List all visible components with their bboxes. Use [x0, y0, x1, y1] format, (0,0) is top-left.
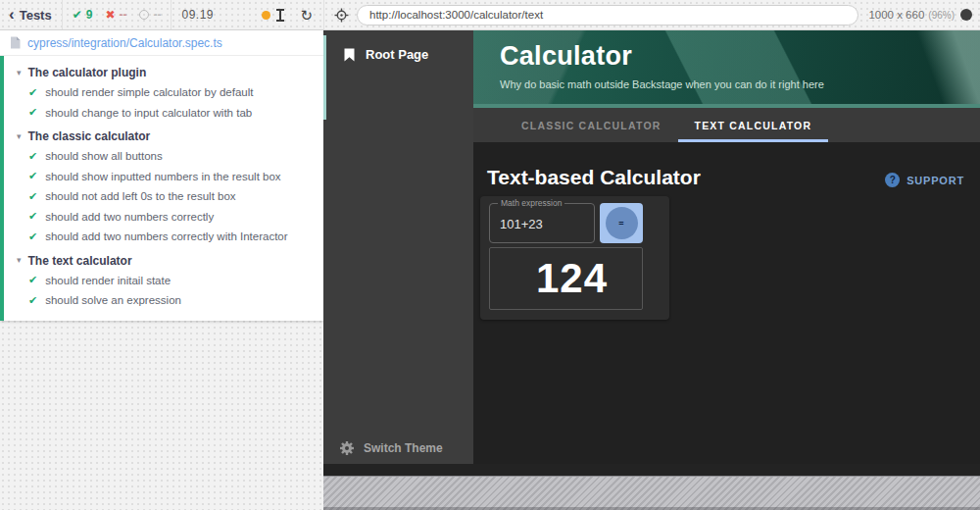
cursor-ibeam-icon: [276, 9, 284, 22]
spec-header: cypress/integration/Calculator.spec.ts: [0, 30, 323, 56]
runner-background-stripes: [323, 476, 980, 510]
tab-bar: CLASSIC CALCULATOR TEXT CALCULATOR: [473, 108, 980, 142]
runner-topbar: ‹ Tests ✔ 9 ✖ -- -- 09.19: [0, 0, 980, 30]
viewport-scale-label: (96%): [928, 10, 955, 21]
test-label: should add two numbers correctly with In…: [45, 230, 287, 242]
test-row[interactable]: ✔should solve an expression: [4, 290, 323, 311]
selector-playground-icon[interactable]: [334, 8, 349, 23]
equals-label: =: [618, 219, 623, 229]
test-row[interactable]: ✔should add two numbers correctly with I…: [4, 227, 323, 247]
caret-down-icon: ▾: [17, 256, 22, 265]
page-subtitle: Why do basic math outside Backstage when…: [500, 78, 980, 90]
check-icon: ✔: [28, 191, 37, 202]
run-duration: 09.19: [181, 8, 214, 22]
tab-text-calculator[interactable]: TEXT CALCULATOR: [678, 108, 829, 142]
equals-button[interactable]: =: [600, 203, 643, 243]
check-icon: ✔: [28, 87, 37, 98]
switch-theme-label: Switch Theme: [364, 441, 443, 455]
reporter-panel: cypress/integration/Calculator.spec.ts ▾…: [0, 30, 323, 510]
sidebar-item-label: Root Page: [366, 47, 428, 62]
theme-gear-icon: [339, 440, 355, 456]
test-row[interactable]: ✔should render simple calculator by defa…: [4, 82, 323, 103]
suite-label: The classic calculator: [28, 129, 151, 143]
test-label: should show all buttons: [45, 150, 163, 162]
suite-label: The text calculator: [28, 254, 132, 268]
test-label: should show inputted numbers in the resu…: [45, 171, 280, 182]
suite-label: The calculator plugin: [28, 66, 147, 79]
url-input[interactable]: [357, 5, 858, 26]
cross-icon: ✖: [105, 8, 115, 22]
support-label: SUPPORT: [906, 175, 964, 186]
test-row[interactable]: ✔should change to input calculator with …: [4, 103, 323, 124]
check-icon: ✔: [28, 211, 37, 222]
support-button[interactable]: ? SUPPORT: [885, 173, 964, 187]
record-dot-icon: [262, 11, 270, 20]
app-sidebar: Root Page Switch Theme: [323, 30, 473, 464]
divider: [62, 0, 63, 29]
page-header: Calculator Why do basic math outside Bac…: [473, 30, 980, 108]
test-tree: ▾The calculator plugin✔should render sim…: [0, 56, 323, 321]
back-to-tests-label: Tests: [20, 8, 52, 23]
check-icon: ✔: [28, 151, 37, 162]
test-label: should render initail state: [45, 275, 171, 286]
test-label: should solve an expression: [45, 294, 181, 306]
calculator-card: Math expression 101+23 = 124: [480, 196, 669, 320]
test-row[interactable]: ✔should not add left 0s to the result bo…: [4, 186, 323, 207]
check-icon: ✔: [28, 171, 37, 181]
switch-theme-button[interactable]: Switch Theme: [339, 440, 443, 456]
content-area: Text-based Calculator ? SUPPORT Math exp…: [473, 142, 980, 464]
suite-row[interactable]: ▾The classic calculator: [4, 123, 323, 146]
test-row[interactable]: ✔should add two numbers correctly: [4, 207, 323, 228]
test-row[interactable]: ✔should show all buttons: [4, 146, 323, 167]
spec-file-link[interactable]: cypress/integration/Calculator.spec.ts: [27, 36, 222, 50]
app-main: Calculator Why do basic math outside Bac…: [473, 30, 980, 464]
suite-row[interactable]: ▾The text calculator: [4, 247, 323, 271]
back-to-tests-button[interactable]: ‹ Tests: [9, 8, 52, 23]
bookmark-icon: [344, 48, 355, 62]
sidebar-item-root-page[interactable]: Root Page: [323, 30, 473, 62]
page-title: Calculator: [500, 41, 980, 72]
spec-panel: cypress/integration/Calculator.spec.ts ▾…: [0, 30, 323, 321]
sidebar-scrollbar[interactable]: [323, 35, 326, 120]
passed-stat: ✔ 9: [73, 8, 93, 22]
suite-row[interactable]: ▾The calculator plugin: [4, 59, 323, 82]
result-value: 124: [536, 255, 608, 302]
document-icon: [10, 36, 21, 49]
test-label: should not add left 0s to the result box: [45, 190, 235, 202]
test-label: should render simple calculator by defau…: [45, 86, 253, 98]
content-title: Text-based Calculator: [487, 166, 701, 189]
app-under-test: Root Page Switch Theme: [323, 30, 980, 510]
check-icon: ✔: [28, 275, 37, 285]
url-toolbar: 1000 x 660 (96%): [323, 0, 980, 29]
test-stats: ✔ 9 ✖ -- --: [73, 8, 162, 22]
expression-row: Math expression 101+23 =: [489, 203, 661, 243]
failed-count: --: [119, 8, 126, 22]
reporter-header: ‹ Tests ✔ 9 ✖ -- -- 09.19: [0, 0, 323, 29]
math-expression-label: Math expression: [498, 198, 564, 208]
test-row[interactable]: ✔should render initail state: [4, 271, 323, 291]
rerun-button[interactable]: ↻: [300, 8, 313, 23]
passed-count: 9: [86, 8, 93, 22]
check-icon: ✔: [73, 8, 82, 22]
pending-circle-icon: [139, 10, 149, 20]
divider: [171, 0, 172, 29]
viewport-size-label: 1000 x 660: [868, 9, 924, 21]
pending-stat: --: [139, 8, 161, 22]
result-display: 124: [489, 247, 643, 310]
check-icon: ✔: [28, 295, 37, 306]
math-expression-value: 101+23: [490, 204, 594, 231]
check-icon: ✔: [28, 107, 37, 118]
cypress-runner-screen: ‹ Tests ✔ 9 ✖ -- -- 09.19: [0, 0, 980, 510]
test-row[interactable]: ✔should show inputted numbers in the res…: [4, 167, 323, 187]
browser-icon: [960, 9, 972, 21]
test-label: should change to input calculator with t…: [45, 107, 252, 119]
test-label: should add two numbers correctly: [45, 211, 214, 223]
failed-stat: ✖ --: [105, 8, 126, 22]
math-expression-input[interactable]: Math expression 101+23: [489, 203, 595, 243]
chevron-left-icon: ‹: [9, 6, 15, 23]
app-bottom-strip: [323, 464, 980, 476]
runner-controls: ↻: [262, 8, 323, 23]
backstage-app: Root Page Switch Theme: [323, 30, 980, 464]
tab-classic-calculator[interactable]: CLASSIC CALCULATOR: [505, 108, 678, 142]
check-icon: ✔: [28, 231, 37, 242]
